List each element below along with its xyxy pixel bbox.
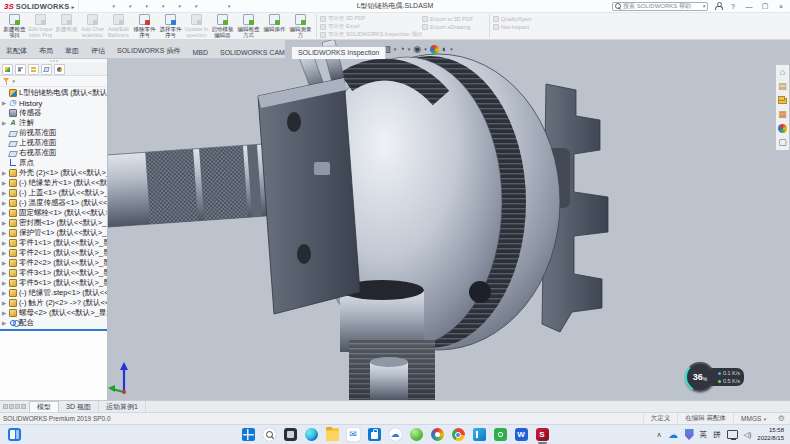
view-tool-icon[interactable]: ▾ [450,42,453,57]
status-gear-icon[interactable]: ⚙ [773,414,790,423]
tree-item[interactable]: ▶ 右视基准面 [0,148,107,158]
ribbon-button[interactable]: 选择零件序号 [158,14,183,39]
expand-arrow-icon[interactable]: ▶ [2,260,7,266]
expand-arrow-icon[interactable]: ▶ [2,250,7,256]
ribbon-tab[interactable]: SOLIDWORKS CAM [214,47,291,58]
tree-filter[interactable]: ▾ [0,76,107,87]
tree-item[interactable]: ▶ 零件1<1> (默认<<默认>_显示状态 [0,238,107,248]
expand-arrow-icon[interactable]: ▶ [2,220,7,226]
tree-item[interactable]: ▶ (-) 温度传感器<1> (默认<<默认>_ [0,198,107,208]
quick-access-button[interactable]: ▾ [84,1,98,11]
expand-arrow-icon[interactable]: ▶ [2,170,7,176]
ribbon-tab[interactable]: SOLIDWORKS Inspection [291,46,386,59]
search-input[interactable]: 搜索 SOLIDWORKS 帮助 ▾ [612,2,708,11]
task-pane-tab-icon[interactable] [777,123,788,134]
view-tool-icon[interactable]: ◐ [442,42,447,57]
quick-access-button[interactable]: ▾ [184,1,198,11]
tree-item[interactable]: ▶ 零件2<2> (默认<<默认>_显示状 [0,258,107,268]
quick-access-button[interactable]: ▾ [217,1,231,11]
taskbar-app-icon[interactable] [263,428,276,441]
tree-item[interactable]: ▶ 保护管<1> (默认<<默认>_显示状 [0,228,107,238]
view-tool-icon[interactable]: ▾ [394,42,397,57]
tree-item[interactable]: ▶ 零件2<1> (默认<<默认>_显示状 [0,248,107,258]
taskbar-app-icon[interactable] [536,428,549,441]
ribbon-tab[interactable]: 布局 [33,44,59,58]
tree-item[interactable]: ▶ (-) 绝缘管.step<1> (默认<<默认>_ [0,288,107,298]
taskbar-app-icon[interactable] [305,428,318,441]
taskbar-app-icon[interactable] [368,428,381,441]
ribbon-tab[interactable]: 装配体 [0,44,33,58]
manager-tab-icon[interactable] [2,64,13,75]
expand-arrow-icon[interactable]: ▶ [2,180,7,186]
expand-arrow-icon[interactable]: ▶ [2,120,7,126]
quick-access-button[interactable]: ▾ [200,1,214,11]
manager-tab-icon[interactable] [28,64,39,75]
taskbar-app-icon[interactable] [347,428,360,441]
speed-ball-widget[interactable]: 36 % 0.1 K/s 0.5 K/s [685,362,744,392]
taskbar-app-icon[interactable] [326,428,339,441]
task-pane-tab-icon[interactable] [777,109,788,120]
taskbar-clock[interactable]: 15:58 2022/8/15 [757,427,784,442]
chevron-down-icon[interactable]: ▾ [162,3,165,9]
taskbar-app-icon[interactable] [431,428,444,441]
expand-arrow-icon[interactable]: ▶ [2,200,7,206]
ribbon-menu-button[interactable]: 导出至 Excel [320,23,422,30]
tray-icon[interactable]: ∧ [656,431,661,439]
help-button[interactable]: ? [728,3,738,10]
ribbon-menu-button[interactable]: Export to 3D PDF [422,15,486,22]
tray-icon[interactable]: 英 [700,430,708,440]
task-pane-tab-icon[interactable] [777,137,788,148]
ribbon-tab[interactable]: MBD [186,47,214,58]
ribbon-menu-button[interactable]: 导出至 2D PDF [320,15,422,22]
ribbon-button[interactable]: 编辑测量方 [288,14,313,39]
tray-icon[interactable] [668,429,679,440]
tree-item[interactable]: ▶ 上视基准面 [0,138,107,148]
tree-item[interactable]: ▶ 零件5<1> (默认<<默认>_显示状态 [0,278,107,288]
sign-in-icon[interactable] [714,2,722,10]
tree-item[interactable]: ▶ 前视基准面 [0,128,107,138]
expand-arrow-icon[interactable]: ▶ [2,240,7,246]
view-tool-icon[interactable]: ▾ [424,42,427,57]
taskbar-app-icon[interactable] [284,428,297,441]
quick-access-button[interactable]: ▾ [167,1,181,11]
ribbon-button[interactable]: Update Inspection Project [184,14,209,39]
ribbon-button[interactable]: Edit Inspection Project [28,14,53,39]
close-button[interactable]: × [776,3,786,10]
expand-arrow-icon[interactable]: ▶ [2,190,7,196]
chevron-down-icon[interactable]: ▾ [129,3,132,9]
expand-arrow-icon[interactable]: ▶ [2,210,7,216]
expand-arrow-icon[interactable]: ▶ [2,320,7,326]
taskbar-app-icon[interactable] [515,428,528,441]
ribbon-menu-button[interactable]: Net-Inspect [493,23,547,30]
tree-root[interactable]: ▶ L型铂铑热电偶 (默认<默认_显示状态-1 [0,88,107,98]
view-tool-icon[interactable]: ◔ [399,42,404,57]
ribbon-button[interactable]: 移除零件序号 [132,14,157,39]
quick-access-button[interactable]: ▾ [151,1,165,11]
chevron-down-icon[interactable]: ▾ [228,3,231,9]
expand-arrow-icon[interactable]: ▶ [2,230,7,236]
chevron-down-icon[interactable]: ▾ [12,78,15,84]
ribbon-button[interactable]: Add/Edit Balloons [106,14,131,39]
tree-item[interactable]: ▶ 固定螺栓<1> (默认<<默认>_显示状 [0,208,107,218]
graphics-viewport[interactable]: ◎ ◱ ◁ ◧ ▾ [108,40,790,400]
taskbar-app-icon[interactable] [389,428,402,441]
document-tab[interactable]: 模型 [29,401,59,412]
quick-access-button[interactable]: ▾ [101,1,115,11]
ribbon-button[interactable]: 编辑检查方式 [236,14,261,39]
tray-icon[interactable]: ◁) [744,431,752,439]
task-pane-tab-icon[interactable] [777,81,788,92]
taskbar-app-icon[interactable] [473,428,486,441]
ribbon-tab[interactable]: 草图 [59,44,85,58]
tree-item[interactable]: ▶ (-) 绝缘垫片<1> (默认<<默认>_显 [0,178,107,188]
ribbon-button[interactable]: 启动模板编辑器 [210,14,235,39]
task-pane-tab-icon[interactable] [777,95,788,106]
tree-item[interactable]: ▶ 密封圈<1> (默认<<默认>_显示状 [0,218,107,228]
quick-access-button[interactable]: ▾ [134,1,148,11]
view-tool-icon[interactable]: ▾ [408,42,411,57]
tree-item[interactable]: ▶ History [0,98,107,108]
view-tool-icon[interactable]: ◉ [413,42,421,57]
tree-item[interactable]: ▶ (-) 上盖<1> (默认<<默认>_显示状 [0,188,107,198]
tray-icon[interactable]: 拼 [713,430,721,440]
expand-arrow-icon[interactable]: ▶ [2,280,7,286]
restore-button[interactable]: ▢ [760,2,770,10]
